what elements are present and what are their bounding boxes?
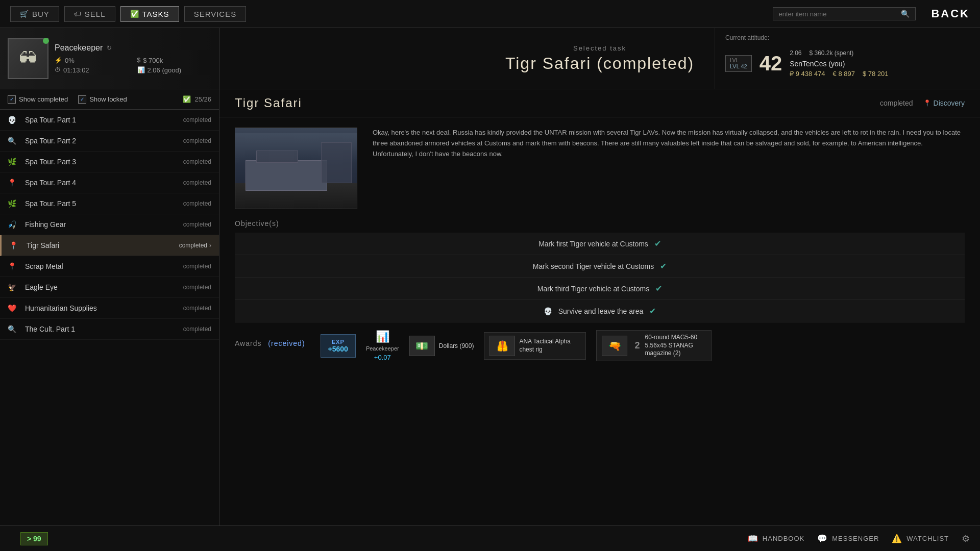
awards-container: EXP +5600 📊 Peacekeeper +0.07 💵 Dollars … [321, 330, 712, 361]
rep-name: Peacekeeper [366, 345, 399, 352]
task-name: Spa Tour. Part 5 [25, 199, 178, 208]
objective-text: Mark second Tiger vehicle at Customs [533, 262, 654, 270]
back-button[interactable]: BACK [931, 7, 970, 20]
stat-time: ⏱ 01:13:02 [55, 66, 129, 74]
task-name: Spa Tour. Part 3 [25, 158, 178, 166]
chest-rig-icon: 🦺 [489, 336, 515, 356]
list-item[interactable]: 💀 Spa Tour. Part 1 completed [0, 110, 219, 131]
exp-label: EXP [328, 339, 348, 345]
objective-text: Mark first Tiger vehicle at Customs [538, 240, 648, 248]
list-item[interactable]: 📍 Scrap Metal completed [0, 256, 219, 277]
award-item-card-2: 🔫 2 60-round MAG5-60 5.56x45 STANAG maga… [596, 330, 712, 361]
search-bar[interactable]: 🔍 [773, 7, 916, 20]
messenger-button[interactable]: 💬 MESSENGER [817, 534, 879, 543]
messenger-icon: 💬 [817, 534, 828, 543]
show-completed-checkbox[interactable]: ✓ Show completed [8, 95, 68, 104]
eur-value: € 8 897 [833, 70, 855, 78]
list-item[interactable]: ❤️ Humanitarian Supplies completed [0, 298, 219, 319]
award-exp-item: EXP +5600 [321, 334, 356, 358]
skill-badge: LVL LVL 42 [725, 55, 752, 72]
objective-row: Mark first Tiger vehicle at Customs ✔ [235, 233, 965, 255]
list-item[interactable]: 🎣 Fishing Gear completed [0, 214, 219, 235]
award-item-card-1: 🦺 ANA Tactical Alpha chest rig [484, 332, 586, 360]
task-icon: 🌿 [8, 158, 20, 166]
task-icon: 📍 [9, 241, 21, 249]
objective-check-icon: ✔ [660, 261, 667, 271]
task-icon: ❤️ [8, 304, 20, 312]
usd-value: $ 78 201 [863, 70, 889, 78]
services-button[interactable]: SERVICES [184, 6, 247, 22]
list-item[interactable]: 📍 Spa Tour. Part 4 completed [0, 172, 219, 193]
rep-icon: 📊 [376, 330, 389, 343]
award-currency-item: 💵 Dollars (900) [409, 336, 474, 356]
rating-icon: 📊 [137, 66, 145, 73]
awards-label: Awards (received) [235, 339, 305, 347]
online-indicator [43, 38, 49, 44]
objective-text: Survive and leave the area [558, 307, 644, 315]
handbook-button[interactable]: 📖 HANDBOOK [748, 534, 804, 543]
buy-button[interactable]: 🛒 BUY [10, 6, 59, 22]
list-item[interactable]: 🔍 The Cult. Part 1 completed [0, 319, 219, 340]
task-status: completed [183, 221, 211, 228]
task-status: completed [183, 179, 211, 186]
award-item-name-1: ANA Tactical Alpha chest rig [519, 338, 580, 354]
checkbox-completed-icon: ✓ [8, 95, 16, 104]
list-item[interactable]: 🌿 Spa Tour. Part 5 completed [0, 193, 219, 214]
search-input[interactable] [778, 10, 901, 18]
scene-vehicle-art [235, 128, 357, 209]
task-image [235, 128, 357, 209]
attitude-area: Current attitude: LVL LVL 42 42 2.06 $ 3… [715, 28, 980, 89]
task-name: Tigr Safari [27, 241, 174, 249]
sell-icon: 🏷 [74, 10, 82, 18]
list-item[interactable]: 🔍 Spa Tour. Part 2 completed [0, 131, 219, 152]
task-icon: 💀 [8, 116, 20, 124]
watchlist-button[interactable]: ⚠️ WATCHLIST [892, 534, 949, 543]
award-item-name-2: 60-round MAG5-60 5.56x45 STANAG magazine… [645, 334, 706, 358]
list-item[interactable]: 🌿 Spa Tour. Part 3 completed [0, 152, 219, 172]
exp-value: +5600 [328, 345, 348, 353]
clock-icon: ⏱ [55, 66, 61, 73]
list-item[interactable]: 🦅 Eagle Eye completed [0, 277, 219, 298]
stat-rating: 📊 2.06 (good) [137, 66, 212, 74]
refresh-icon[interactable]: ↻ [107, 44, 112, 52]
task-icon: 📍 [8, 262, 20, 270]
currency-row: ₽ 9 438 474 € 8 897 $ 78 201 [790, 70, 970, 78]
show-locked-checkbox[interactable]: ✓ Show locked [78, 95, 127, 104]
profile-area: 🕶 Peacekeeper ↻ ⚡ 0% $ $ 700k ⏱ 01:13:02… [0, 28, 219, 89]
bottom-bar: > 99 📖 HANDBOOK 💬 MESSENGER ⚠️ WATCHLIST… [0, 525, 980, 551]
stat-money: $ $ 700k [137, 57, 212, 64]
tasks-button[interactable]: ✅ TASKS [120, 6, 179, 22]
awards-section: Awards (received) EXP +5600 📊 Peacekeepe… [219, 322, 980, 369]
task-name: Spa Tour. Part 4 [25, 179, 178, 187]
task-status: completed [183, 325, 211, 333]
search-icon: 🔍 [901, 10, 910, 18]
task-detail-status: completed [880, 99, 913, 107]
stat-xp: ⚡ 0% [55, 57, 129, 64]
task-name: The Cult. Part 1 [25, 325, 178, 333]
main-content: Tigr Safari completed 📍 Discovery Okay, … [219, 89, 980, 525]
task-icon: 🔍 [8, 325, 20, 333]
location-pin-icon: 📍 [923, 99, 931, 107]
checkmark-icon: ✅ [183, 95, 191, 103]
currency-icon: 💵 [409, 336, 435, 356]
notification-counter: > 99 [20, 532, 48, 545]
task-status: completed [179, 242, 207, 249]
profile-name: Peacekeeper ↻ [55, 43, 211, 53]
settings-button[interactable]: ⚙ [962, 533, 970, 544]
list-item[interactable]: 📍 Tigr Safari completed › [0, 235, 219, 256]
objective-check-icon: ✔ [649, 306, 656, 316]
money-icon: $ [137, 57, 141, 64]
awards-received-label: (received) [268, 339, 305, 347]
xp-icon: ⚡ [55, 57, 62, 64]
objective-row: Mark third Tiger vehicle at Customs ✔ [235, 278, 965, 300]
task-name: Fishing Gear [25, 220, 178, 229]
award-rep-item: 📊 Peacekeeper +0.07 [366, 330, 399, 361]
objectives-label: Objective(s) [235, 219, 965, 228]
task-count: ✅ 25/26 [183, 95, 211, 103]
task-detail-body: Okay, here's the next deal. Russia has k… [219, 117, 980, 219]
scene-vehicle [246, 160, 327, 191]
task-detail-title: Tigr Safari [235, 96, 302, 110]
exp-badge: EXP +5600 [321, 334, 356, 358]
objective-row: Mark second Tiger vehicle at Customs ✔ [235, 255, 965, 278]
sell-button[interactable]: 🏷 SELL [64, 6, 115, 22]
